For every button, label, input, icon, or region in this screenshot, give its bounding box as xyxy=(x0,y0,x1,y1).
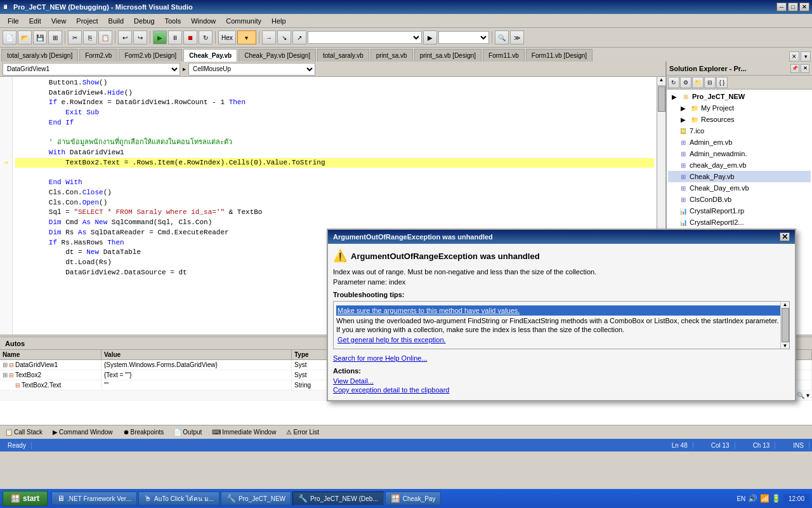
tb-step-out[interactable]: ↗ xyxy=(292,30,306,44)
tab-cheak-pay-active[interactable]: Cheak_Pay.vb xyxy=(183,49,237,62)
expand-icon-1[interactable]: ⊞ xyxy=(3,361,8,368)
start-button[interactable]: 🪟 start xyxy=(3,491,48,506)
tab-form11[interactable]: Form11.vb xyxy=(483,49,525,62)
search-help-link[interactable]: Search for more Help Online... xyxy=(333,354,428,362)
se-cheak-pay[interactable]: ⊞ Cheak_Pay.vb xyxy=(668,171,811,182)
minimize-button[interactable]: ─ xyxy=(776,3,787,11)
tb-color[interactable]: ▾ xyxy=(237,30,256,44)
se-cheak-day-em[interactable]: ⊞ Cheak_Day_em.vb xyxy=(668,182,811,194)
se-crystal1[interactable]: 📊 CrystalReport1.rp xyxy=(668,205,811,217)
menu-project[interactable]: Project xyxy=(71,16,103,26)
se-clscondb[interactable]: ⊞ ClsConDB.vb xyxy=(668,194,811,205)
tips-scrollbar[interactable]: ▲ ▼ xyxy=(780,302,789,349)
taskbar-item-4[interactable]: 🔧 Pro_JeCT_NEW (Deb... xyxy=(292,491,384,505)
se-pin[interactable]: 📌 xyxy=(790,64,799,73)
tb-open[interactable]: 📂 xyxy=(18,30,32,44)
tb-start[interactable]: ▶ xyxy=(153,30,167,44)
tb-copy[interactable]: ⎘ xyxy=(83,30,97,44)
taskbar-item-3[interactable]: 🔧 Pro_JeCT_NEW xyxy=(221,491,291,505)
tab-cheak-pay-design[interactable]: Cheak_Pay.vb [Design] xyxy=(239,49,316,62)
tip-link-1[interactable]: Make sure the arguments to this method h… xyxy=(336,305,787,316)
tab-form2-design[interactable]: Form2.vb [Design] xyxy=(119,49,182,62)
tab-command-window[interactable]: ▶ Command Window xyxy=(48,427,117,437)
se-admin-em[interactable]: ⊞ Admin_em.vb xyxy=(668,137,811,148)
tb-redo[interactable]: ↪ xyxy=(133,30,147,44)
menu-help[interactable]: Help xyxy=(266,16,291,26)
scroll-up[interactable]: ▲ xyxy=(657,77,665,86)
row-name-3: ⊟ TextBox2.Text xyxy=(0,380,102,390)
se-properties[interactable]: ⚙ xyxy=(680,77,691,88)
se-view-code[interactable]: { } xyxy=(716,77,728,88)
maximize-button[interactable]: □ xyxy=(788,3,798,11)
tab-print-sa[interactable]: print_sa.vb xyxy=(370,49,413,62)
copy-exception-link[interactable]: Copy exception detail to the clipboard xyxy=(333,386,790,394)
tb-explore[interactable]: 🔍 xyxy=(495,30,509,44)
expand-icon-2[interactable]: ⊞ xyxy=(3,371,8,378)
taskbar-item-1[interactable]: 🖥 .NET Framework Ver... xyxy=(51,491,137,505)
close-button[interactable]: ✕ xyxy=(799,3,809,11)
tab-total-saraly[interactable]: total_saraly.vb xyxy=(317,49,369,62)
config-dropdown[interactable] xyxy=(438,31,489,44)
tb-paste[interactable]: 📋 xyxy=(98,30,112,44)
menu-file[interactable]: File xyxy=(3,16,24,26)
tab-print-sa-design[interactable]: print_sa.vb [Design] xyxy=(414,49,481,62)
tab-total-saraly-design[interactable]: total_saraly.vb [Design] xyxy=(1,49,78,62)
tb-pause[interactable]: ⏸ xyxy=(168,30,182,44)
error-icon: ⚠ xyxy=(286,429,292,436)
tb-restart[interactable]: ↻ xyxy=(199,30,213,44)
debug-target-dropdown[interactable] xyxy=(308,31,422,44)
menu-tools[interactable]: Tools xyxy=(160,16,187,26)
taskbar-item-2[interactable]: 🖱 AuTo Click ได้คน ม... xyxy=(138,491,219,505)
tb-run-target[interactable]: ▶ xyxy=(423,30,437,44)
se-show-files[interactable]: 📁 xyxy=(692,77,704,88)
tip-link-4[interactable]: Get general help for this exception. xyxy=(336,335,787,345)
tips-scroll-thumb[interactable] xyxy=(782,308,789,342)
se-item-label: Cheak_Day_em.vb xyxy=(690,184,749,192)
code-line: With DataGridView1 xyxy=(15,148,654,158)
se-close[interactable]: ✕ xyxy=(801,64,809,73)
tab-breakpoints[interactable]: ⏺ Breakpoints xyxy=(118,427,169,437)
tab-output[interactable]: 📄 Output xyxy=(169,427,207,437)
se-project-root[interactable]: ▶ ⊞ Pro_JeCT_NEW xyxy=(668,91,811,102)
tab-list-button[interactable]: ▾ xyxy=(801,51,811,62)
se-refresh[interactable]: ↻ xyxy=(668,77,679,88)
tb-save[interactable]: 💾 xyxy=(33,30,47,44)
menu-view[interactable]: View xyxy=(46,16,72,26)
tips-scroll-down[interactable]: ▼ xyxy=(783,343,788,349)
event-dropdown[interactable]: CellMouseUp xyxy=(188,63,315,76)
se-cheak-day[interactable]: ⊞ cheak_day_em.vb xyxy=(668,159,811,171)
se-crystal2[interactable]: 📊 CrystalReportI2... xyxy=(668,217,811,228)
menu-edit[interactable]: Edit xyxy=(24,16,46,26)
se-ico[interactable]: 🖼 7.ico xyxy=(668,125,811,137)
tab-form2[interactable]: Form2.vb xyxy=(79,49,117,62)
tb-step-over[interactable]: → xyxy=(262,30,276,44)
taskbar-item-5[interactable]: 🪟 Cheak_Pay xyxy=(385,491,442,505)
tab-error-list[interactable]: ⚠ Error List xyxy=(281,427,324,437)
menu-debug[interactable]: Debug xyxy=(129,16,159,26)
scroll-thumb[interactable] xyxy=(658,86,665,112)
tb-cut[interactable]: ✂ xyxy=(68,30,82,44)
se-collapse[interactable]: ⊟ xyxy=(704,77,716,88)
tb-step-in[interactable]: ↘ xyxy=(277,30,291,44)
tb-hex-label[interactable]: Hex xyxy=(218,30,236,44)
tab-call-stack[interactable]: 📋 Call Stack xyxy=(0,427,48,437)
tb-stop[interactable]: ⏹ xyxy=(183,30,197,44)
object-dropdown[interactable]: DataGridView1 xyxy=(3,63,180,76)
menu-community[interactable]: Community xyxy=(221,16,266,26)
tips-scroll-up[interactable]: ▲ xyxy=(783,302,788,307)
tab-immediate[interactable]: ⌨ Immediate Window xyxy=(207,427,281,437)
tb-saveall[interactable]: ⊞ xyxy=(48,30,62,44)
tb-undo[interactable]: ↩ xyxy=(118,30,132,44)
close-active-tab[interactable]: ✕ xyxy=(789,51,799,62)
se-my-project[interactable]: ▶ 📁 My Project xyxy=(668,102,811,114)
se-admin-newadmin[interactable]: ⊞ Admin_newadmin. xyxy=(668,148,811,159)
menu-build[interactable]: Build xyxy=(103,16,129,26)
se-resources[interactable]: ▶ 📁 Resources xyxy=(668,114,811,125)
dialog-close-button[interactable]: ✕ xyxy=(780,232,790,241)
magnifier-icon[interactable]: 🔍 ▾ xyxy=(797,392,809,399)
tb-more[interactable]: ≫ xyxy=(510,30,524,44)
view-detail-link[interactable]: View Detail... xyxy=(333,377,790,385)
tb-new[interactable]: 📄 xyxy=(3,30,16,44)
tab-form11-design[interactable]: Form11.vb [Design] xyxy=(526,49,593,62)
menu-window[interactable]: Window xyxy=(186,16,221,26)
